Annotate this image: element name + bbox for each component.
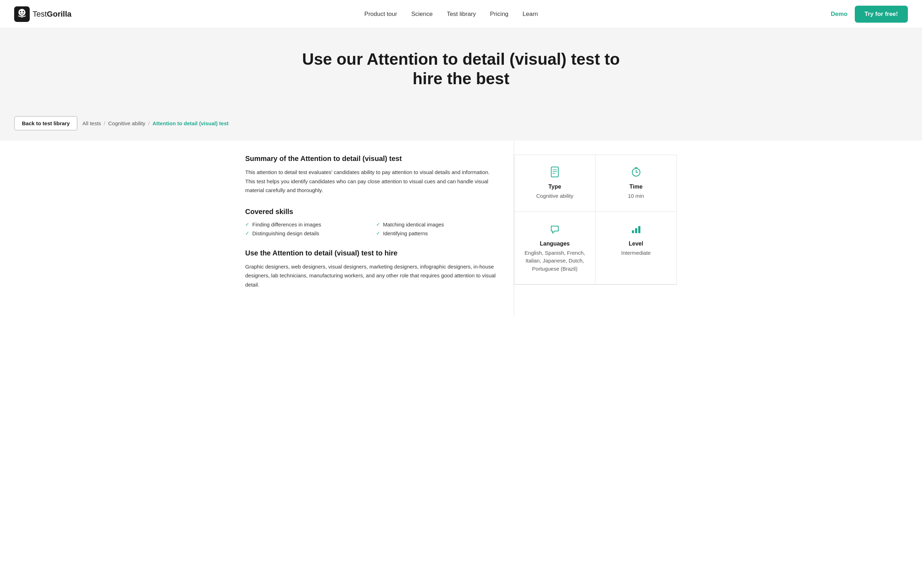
- logo-icon: [14, 7, 30, 22]
- level-label: Level: [603, 240, 669, 247]
- time-value: 10 min: [603, 192, 669, 200]
- left-column: Summary of the Attention to detail (visu…: [245, 140, 514, 316]
- type-cell: Type Cognitive ability: [515, 155, 595, 212]
- breadcrumb: All tests / Cognitive ability / Attentio…: [82, 120, 229, 126]
- breadcrumb-sep1: /: [104, 120, 105, 126]
- breadcrumb-sep2: /: [148, 120, 150, 126]
- nav-science[interactable]: Science: [411, 11, 432, 18]
- use-title: Use the Attention to detail (visual) tes…: [245, 249, 496, 257]
- languages-value: English, Spanish, French, Italian, Japan…: [521, 249, 588, 273]
- skill-item: ✓ Distinguishing design details: [245, 230, 366, 236]
- logo[interactable]: TestGorilla: [14, 7, 72, 22]
- type-value: Cognitive ability: [521, 192, 588, 200]
- breadcrumb-cognitive-ability[interactable]: Cognitive ability: [108, 120, 145, 126]
- nav-pricing[interactable]: Pricing: [490, 11, 508, 18]
- check-icon: ✓: [376, 222, 380, 227]
- back-to-library-button[interactable]: Back to test library: [14, 116, 77, 131]
- level-cell: Level Intermediate: [595, 212, 677, 285]
- time-cell: Time 10 min: [595, 155, 677, 212]
- svg-point-3: [23, 11, 24, 12]
- logo-text-light: Test: [33, 10, 47, 18]
- nav-product-tour[interactable]: Product tour: [365, 11, 397, 18]
- demo-link[interactable]: Demo: [831, 11, 847, 18]
- skill-label: Distinguishing design details: [252, 230, 319, 236]
- svg-point-1: [18, 9, 26, 16]
- info-grid: Type Cognitive ability Time 10 min: [514, 155, 677, 285]
- nav-test-library[interactable]: Test library: [447, 11, 476, 18]
- type-label: Type: [521, 184, 588, 190]
- breadcrumb-bar: Back to test library All tests / Cogniti…: [0, 106, 922, 140]
- time-icon: [603, 166, 669, 180]
- hero-section: Use our Attention to detail (visual) tes…: [0, 28, 922, 106]
- main-content: Summary of the Attention to detail (visu…: [231, 140, 691, 337]
- use-body: Graphic designers, web designers, visual…: [245, 262, 496, 289]
- languages-label: Languages: [521, 240, 588, 247]
- check-icon: ✓: [245, 222, 249, 227]
- skills-grid: ✓ Finding differences in images ✓ Matchi…: [245, 222, 496, 236]
- skills-title: Covered skills: [245, 207, 496, 216]
- summary-title: Summary of the Attention to detail (visu…: [245, 155, 496, 163]
- level-icon: [603, 223, 669, 237]
- nav-actions: Demo Try for free!: [831, 6, 908, 23]
- check-icon: ✓: [245, 230, 249, 236]
- navbar: TestGorilla Product tour Science Test li…: [0, 0, 922, 28]
- svg-rect-13: [632, 230, 634, 233]
- logo-text-bold: Gorilla: [47, 10, 72, 18]
- svg-rect-5: [551, 167, 558, 177]
- svg-rect-14: [635, 228, 637, 233]
- time-label: Time: [603, 184, 669, 190]
- summary-body: This attention to detail test evaluates'…: [245, 168, 496, 195]
- skill-item: ✓ Finding differences in images: [245, 222, 366, 227]
- svg-point-2: [20, 11, 21, 12]
- nav-learn[interactable]: Learn: [523, 11, 538, 18]
- languages-icon: [521, 223, 588, 237]
- nav-links: Product tour Science Test library Pricin…: [365, 11, 538, 18]
- skill-item: ✓ Matching identical images: [376, 222, 496, 227]
- skill-label: Finding differences in images: [252, 222, 321, 227]
- skill-label: Matching identical images: [383, 222, 445, 227]
- try-free-button[interactable]: Try for free!: [855, 6, 908, 23]
- skill-label: Identifying patterns: [383, 230, 428, 236]
- breadcrumb-current: Attention to detail (visual) test: [152, 120, 229, 126]
- languages-cell: Languages English, Spanish, French, Ital…: [515, 212, 595, 285]
- level-value: Intermediate: [603, 249, 669, 257]
- breadcrumb-all-tests[interactable]: All tests: [82, 120, 101, 126]
- right-column: Type Cognitive ability Time 10 min: [514, 140, 677, 316]
- type-icon: [521, 166, 588, 180]
- check-icon: ✓: [376, 230, 380, 236]
- svg-rect-15: [638, 226, 640, 233]
- page-title: Use our Attention to detail (visual) tes…: [302, 49, 620, 88]
- skill-item: ✓ Identifying patterns: [376, 230, 496, 236]
